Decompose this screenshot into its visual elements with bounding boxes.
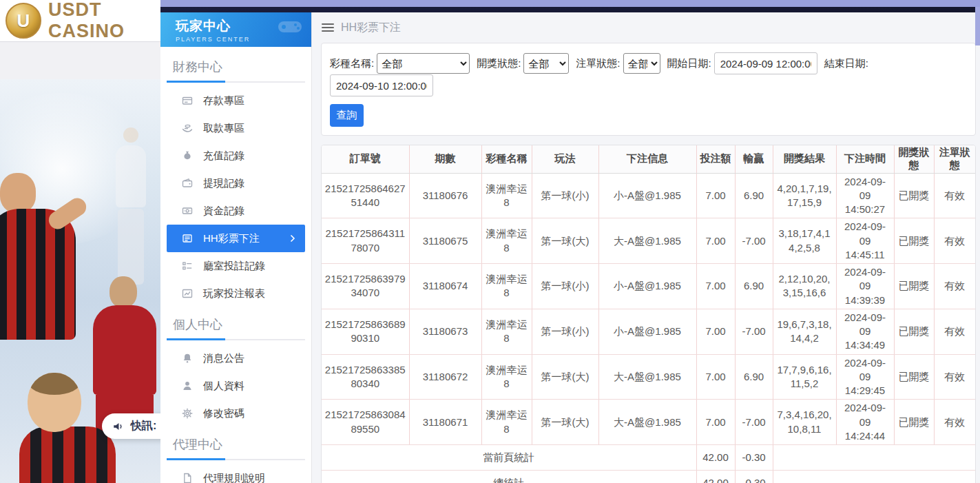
col-bet-info: 下注信息 (598, 145, 696, 173)
sidebar-item-label: 修改密碼 (203, 407, 244, 420)
cell-order-no: 2152172586308489550 (322, 400, 409, 445)
col-order-no: 訂單號 (322, 145, 409, 173)
cell-draw-result: 17,7,9,6,16,11,5,2 (773, 354, 836, 400)
cell-bet-info: 小-A盤@1.985 (598, 309, 696, 354)
cell-bet-time: 2024-09-09 14:45:11 (836, 218, 894, 264)
sidebar: 玩家中心 PLAYERS CENTER 財務中心 存款專區 取款專區 充值記錄 (160, 12, 312, 483)
sidebar-item-recharge-record[interactable]: 充值記錄 (167, 142, 305, 169)
total-summary-winloss: -0.30 (735, 471, 773, 483)
section-title-agent: 代理中心 (167, 427, 305, 459)
draw-status-select[interactable]: 全部 (523, 53, 569, 74)
cell-period: 31180672 (409, 354, 481, 400)
sidebar-item-label: HH彩票下注 (203, 232, 260, 245)
cell-order-no: 2152172586462751440 (322, 173, 409, 218)
page-topbar: HH彩票下注 (312, 12, 980, 43)
hero-goalkeeper-figure (107, 127, 155, 286)
cell-draw-result: 19,6,7,3,18,14,4,2 (773, 309, 836, 354)
table-row: 2152172586368990310 31180673 澳洲幸运8 第一球(小… (322, 309, 975, 354)
table-row: 2152172586397934070 31180674 澳洲幸运8 第一球(小… (322, 264, 975, 309)
sidebar-item-deposit[interactable]: 存款專區 (167, 87, 305, 114)
cell-bet-time: 2024-09-09 14:34:49 (836, 309, 894, 354)
cell-draw-result: 7,3,4,16,20,10,8,11 (773, 400, 836, 445)
brand-name: USDT CASINO (48, 0, 160, 42)
query-button[interactable]: 查詢 (330, 104, 364, 127)
col-draw-status: 開獎狀態 (894, 145, 934, 173)
withdraw-hand-icon (182, 123, 193, 134)
start-date-input[interactable] (714, 52, 817, 74)
cell-bet-amount: 7.00 (696, 218, 735, 264)
page-summary-label: 當前頁統計 (322, 445, 696, 471)
sidebar-item-announcements[interactable]: 消息公告 (167, 345, 305, 372)
banknote-icon (182, 205, 193, 216)
sidebar-item-label: 充值記錄 (203, 150, 244, 163)
cell-winloss: -7.00 (735, 309, 773, 354)
cell-bet-amount: 7.00 (696, 309, 735, 354)
cell-order-no: 2152172586397934070 (322, 264, 409, 309)
sidebar-item-profile[interactable]: 個人資料 (167, 372, 305, 400)
sidebar-item-hh-lottery-bets[interactable]: HH彩票下注 (167, 225, 305, 252)
cell-order-status: 有效 (934, 264, 975, 309)
bets-table-card: 訂單號 期數 彩種名稱 玩法 下注信息 投注額 輸贏 開獎結果 下注時間 開獎狀… (321, 145, 976, 483)
sidebar-item-label: 代理規則說明 (203, 472, 265, 483)
section-divider (167, 81, 305, 83)
cell-lottery-name: 澳洲幸运8 (481, 264, 532, 309)
col-draw-result: 開獎結果 (773, 145, 836, 173)
sidebar-item-agent-rules[interactable]: 代理規則說明 (167, 464, 305, 483)
cell-draw-status: 已開獎 (894, 354, 934, 400)
order-status-select[interactable]: 全部 (623, 53, 660, 74)
sidebar-item-withdrawal-record[interactable]: 提現記錄 (167, 169, 305, 197)
table-header-row: 訂單號 期數 彩種名稱 玩法 下注信息 投注額 輸贏 開獎結果 下注時間 開獎狀… (322, 145, 975, 173)
lottery-name-select[interactable]: 全部 (377, 53, 470, 74)
sidebar-item-player-bet-report[interactable]: 玩家投注報表 (167, 280, 305, 307)
hamburger-icon[interactable] (322, 23, 334, 32)
total-summary-label: 總統計 (322, 471, 696, 483)
cell-winloss: 6.90 (735, 354, 773, 400)
cell-lottery-name: 澳洲幸运8 (481, 400, 532, 445)
cell-bet-amount: 7.00 (696, 173, 735, 218)
cell-draw-result: 4,20,1,7,19,17,15,9 (773, 173, 836, 218)
chevron-right-icon (290, 234, 305, 243)
cell-draw-status: 已開獎 (894, 218, 934, 264)
cell-play-type: 第一球(大) (532, 354, 598, 400)
cell-lottery-name: 澳洲幸运8 (481, 173, 532, 218)
cell-bet-info: 大-A盤@1.985 (598, 400, 696, 445)
sidebar-item-label: 提現記錄 (203, 177, 244, 190)
cell-draw-status: 已開獎 (894, 400, 934, 445)
col-bet-amount: 投注額 (696, 145, 735, 173)
cell-draw-result: 3,18,17,4,14,2,5,8 (773, 218, 836, 264)
cell-winloss: 6.90 (735, 264, 773, 309)
cell-bet-info: 大-A盤@1.985 (598, 354, 696, 400)
cell-draw-status: 已開獎 (894, 309, 934, 354)
section-divider (167, 339, 305, 340)
logo-letter: U (17, 10, 30, 32)
end-date-input[interactable] (330, 74, 433, 96)
sidebar-item-withdraw[interactable]: 取款專區 (167, 114, 305, 142)
col-play-type: 玩法 (532, 145, 598, 173)
lottery-list-icon (182, 233, 193, 244)
sidebar-item-room-bet-record[interactable]: 廳室投註記錄 (167, 252, 305, 280)
usdt-casino-logo-icon[interactable]: U (6, 3, 41, 39)
main-content: HH彩票下注 彩種名稱: 全部 開獎狀態: 全部 注單狀態: 全部 開始日期: … (312, 12, 980, 483)
vertical-scrollbar[interactable] (975, 7, 980, 45)
sidebar-item-funds-record[interactable]: 資金記錄 (167, 197, 305, 225)
sidebar-item-label: 廳室投註記錄 (203, 260, 265, 273)
col-period: 期數 (409, 145, 481, 173)
top-navy-strip (160, 7, 980, 12)
draw-status-label: 開獎狀態: (477, 57, 521, 70)
sidebar-item-label: 存款專區 (203, 94, 244, 107)
cell-play-type: 第一球(小) (532, 173, 598, 218)
total-summary-bet: 42.00 (696, 471, 735, 483)
col-lottery-name: 彩種名稱 (481, 145, 532, 173)
document-icon (182, 473, 193, 483)
cell-bet-time: 2024-09-09 14:29:45 (836, 354, 894, 400)
bets-table: 訂單號 期數 彩種名稱 玩法 下注信息 投注額 輸贏 開獎結果 下注時間 開獎狀… (322, 145, 975, 483)
speaker-icon (112, 420, 125, 433)
section-divider (167, 459, 305, 460)
sidebar-nav: 財務中心 存款專區 取款專區 充值記錄 提現記錄 資金記錄 (160, 47, 311, 483)
sidebar-item-change-password[interactable]: 修改密碼 (167, 400, 305, 427)
news-ticker-label: 快訊: (131, 419, 156, 433)
cell-period: 31180671 (409, 400, 481, 445)
moneybag-icon (182, 150, 193, 161)
cell-order-status: 有效 (934, 400, 975, 445)
cell-period: 31180675 (409, 218, 481, 264)
